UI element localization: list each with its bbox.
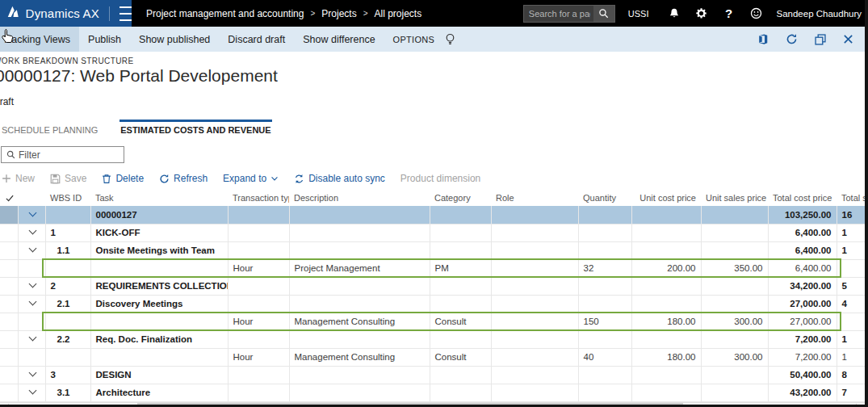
- action-pane-item-show-published[interactable]: Show published: [130, 27, 219, 52]
- qty-cell: [578, 295, 631, 313]
- topbar-right-cluster: USSI ? Sandeep Chaudhury: [523, 0, 868, 27]
- chevron-down-icon[interactable]: [28, 227, 36, 235]
- column-header-unit_sales[interactable]: Unit sales price: [701, 190, 768, 206]
- action-pane-item-publish[interactable]: Publish: [79, 27, 130, 52]
- plus-icon: [2, 174, 11, 183]
- wbs-id-cell: 1.1: [45, 241, 90, 259]
- row-select-cell: [0, 241, 18, 259]
- total-cost-cell: 27,000.00: [768, 313, 837, 330]
- toolbar-disable-auto-sync-button[interactable]: Disable auto sync: [294, 173, 385, 184]
- wbs-task-row[interactable]: 1KICK-OFF6,400.001: [0, 224, 868, 241]
- wbs-task-row[interactable]: 00000127103,250.0016: [0, 206, 868, 224]
- help-icon[interactable]: ?: [715, 6, 743, 20]
- trans-cell: [228, 206, 289, 224]
- estimate-line-row[interactable]: HourManagement ConsultingConsult40180.00…: [0, 348, 868, 366]
- action-pane-item-tracking-views[interactable]: Tracking Views: [0, 27, 79, 52]
- breadcrumb-separator: >: [310, 9, 315, 18]
- company-selector[interactable]: USSI: [628, 9, 649, 19]
- qty-cell: 32: [578, 259, 631, 277]
- wbs-id-cell: 3.1: [45, 384, 90, 401]
- breadcrumb-item[interactable]: Project management and accounting: [146, 8, 304, 19]
- column-header-task[interactable]: Task: [90, 190, 228, 206]
- row-select-cell: [0, 384, 18, 401]
- search-input[interactable]: [524, 9, 593, 19]
- row-select-cell: [0, 313, 18, 330]
- breadcrumb-item[interactable]: All projects: [375, 8, 422, 19]
- feedback-smiley-icon[interactable]: [743, 7, 770, 19]
- wbs-id-cell: 3: [45, 366, 90, 384]
- trans-cell: [228, 330, 289, 348]
- action-pane-item-discard-draft[interactable]: Discard draft: [219, 27, 294, 52]
- expand-cell: [18, 206, 45, 224]
- column-header-total_sales[interactable]: Total sales price: [837, 190, 868, 206]
- chevron-down-icon[interactable]: [28, 387, 36, 395]
- column-header-total_cost[interactable]: Total cost price: [768, 190, 837, 206]
- chevron-down-icon[interactable]: [28, 280, 36, 288]
- column-header-expand[interactable]: [18, 190, 45, 206]
- total-sales-price-cell: 16: [837, 206, 868, 224]
- column-header-unit_cost[interactable]: Unit cost price: [631, 190, 701, 206]
- column-header-desc[interactable]: Description: [289, 190, 430, 206]
- toolbar-refresh-button[interactable]: Refresh: [159, 173, 208, 184]
- hamburger-menu-icon[interactable]: [109, 6, 132, 21]
- cat-cell: [430, 206, 491, 224]
- action-pane-item-options[interactable]: OPTIONS: [384, 27, 444, 52]
- column-header-trans[interactable]: Transaction type: [228, 190, 289, 206]
- current-user[interactable]: Sandeep Chaudhury: [777, 9, 862, 19]
- chevron-down-icon[interactable]: [28, 369, 36, 377]
- tab-estimated-costs-and-revenue[interactable]: ESTIMATED COSTS AND REVENUE: [120, 120, 271, 139]
- sync-icon: [294, 174, 304, 184]
- role-cell: [491, 224, 578, 241]
- column-header-wbs[interactable]: WBS ID: [45, 190, 90, 206]
- wbs-task-row[interactable]: 2.2Req. Doc. Finalization7,200.001: [0, 330, 868, 348]
- chevron-down-icon[interactable]: [28, 208, 36, 216]
- wbs-task-row[interactable]: 2.1Discovery Meetings27,000.004: [0, 295, 868, 313]
- notifications-bell-icon[interactable]: [660, 7, 688, 19]
- wbs-task-row[interactable]: 3DESIGN50,400.008: [0, 366, 868, 384]
- unit-sales-cell: [701, 277, 768, 295]
- wbs-task-row[interactable]: 1.1Onsite Meetings with Team6,400.001: [0, 241, 868, 259]
- close-icon[interactable]: [843, 34, 853, 44]
- lightbulb-icon[interactable]: [445, 33, 455, 46]
- breadcrumb-item[interactable]: Projects: [321, 8, 356, 19]
- dynamics-ax-window: Dynamics AX Project management and accou…: [0, 0, 868, 407]
- chevron-down-icon[interactable]: [28, 298, 36, 306]
- open-in-office-icon[interactable]: [757, 33, 769, 45]
- column-header-cat[interactable]: Category: [430, 190, 491, 206]
- wbs-id-cell: 2.2: [45, 330, 90, 348]
- unit-cost-cell: [631, 241, 701, 259]
- column-header-qty[interactable]: Quantity: [578, 190, 631, 206]
- task-cell: REQUIREMENTS COLLECTION: [90, 277, 228, 295]
- wbs-task-row[interactable]: 2REQUIREMENTS COLLECTION34,200.005: [0, 277, 868, 295]
- settings-gear-icon[interactable]: [688, 7, 715, 19]
- column-header-check[interactable]: [0, 190, 18, 206]
- filter-input[interactable]: [19, 149, 124, 161]
- toolbar-product-dimension-button: Product dimension: [400, 173, 480, 184]
- role-cell: [491, 206, 578, 224]
- select-all-check-icon[interactable]: [5, 194, 13, 203]
- action-pane-item-show-difference[interactable]: Show difference: [294, 27, 384, 52]
- estimate-line-row[interactable]: HourManagement ConsultingConsult150180.0…: [0, 313, 868, 330]
- wbs-id-cell: [45, 259, 90, 277]
- chevron-down-icon[interactable]: [28, 245, 36, 253]
- unit-sales-cell: 350.00: [701, 259, 768, 277]
- column-header-role[interactable]: Role: [491, 190, 578, 206]
- total-sales-price-cell: 4: [837, 295, 868, 313]
- tab-strip: SCHEDULE PLANNINGESTIMATED COSTS AND REV…: [1, 120, 868, 139]
- search-icon[interactable]: [593, 6, 614, 22]
- wbs-task-row[interactable]: 3.1Architecture43,200.007: [0, 384, 868, 401]
- cat-cell: Consult: [430, 313, 491, 330]
- total-sales-price-cell: 1: [837, 241, 868, 259]
- unit-cost-cell: [631, 366, 701, 384]
- toolbar-expand-to-button[interactable]: Expand to: [223, 173, 279, 184]
- estimate-line-row[interactable]: HourProject ManagementPM32200.00350.006,…: [0, 259, 868, 277]
- open-new-window-icon[interactable]: [815, 34, 826, 45]
- trans-cell: [228, 295, 289, 313]
- refresh-page-icon[interactable]: [786, 33, 798, 45]
- wbs-id-cell: [45, 313, 90, 330]
- tab-schedule-planning[interactable]: SCHEDULE PLANNING: [1, 120, 99, 139]
- expand-cell: [18, 224, 45, 241]
- chevron-down-icon[interactable]: [28, 334, 36, 342]
- qty-cell: [578, 206, 631, 224]
- toolbar-delete-button[interactable]: Delete: [102, 173, 144, 184]
